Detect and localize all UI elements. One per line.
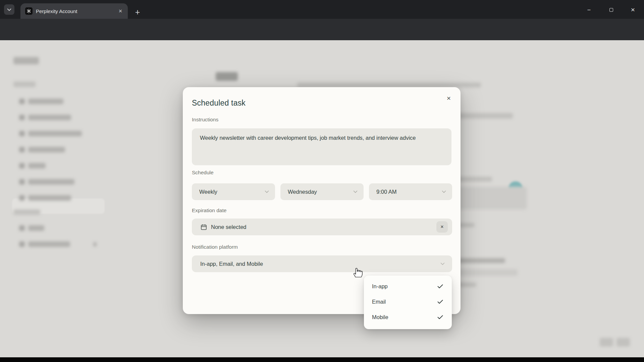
menu-item-in-app[interactable]: In-app: [364, 279, 452, 294]
chevron-down-icon: [265, 190, 269, 193]
time-value: 9:00 AM: [376, 189, 397, 195]
blurred-chevron: [93, 242, 97, 247]
instructions-label: Instructions: [192, 117, 218, 123]
blurred-text-line: [457, 177, 492, 182]
blurred-sidebar-item: [28, 195, 71, 201]
blurred-text-line: [297, 82, 481, 87]
menu-item-email[interactable]: Email: [364, 294, 452, 309]
blurred-sidebar-item: [28, 163, 46, 169]
window-close-button[interactable]: ×: [626, 4, 640, 15]
blurred-sidebar-icon: [19, 99, 25, 104]
blurred-sidebar-icon: [19, 147, 25, 153]
blurred-text-line: [457, 258, 505, 263]
check-icon: [437, 300, 443, 304]
instructions-textarea[interactable]: Weekly newsletter with career developmen…: [192, 128, 451, 165]
menu-item-label: Email: [372, 299, 386, 305]
blurred-sidebar-item: [28, 115, 71, 120]
calendar-icon: [201, 224, 207, 230]
blurred-sidebar-item: [28, 225, 44, 231]
check-icon: [437, 315, 443, 319]
screen: Perplexity Account × + – × ← → perplexit…: [0, 0, 644, 362]
blurred-sidebar-icon: [19, 241, 25, 247]
window-minimize-button[interactable]: –: [582, 4, 596, 15]
check-icon: [437, 284, 443, 289]
blurred-page-title: [216, 72, 238, 81]
browser-tab[interactable]: Perplexity Account ×: [20, 3, 128, 19]
blurred-sidebar-item: [28, 147, 65, 153]
window-restore-button[interactable]: [604, 4, 619, 15]
blurred-sidebar-icon: [19, 115, 25, 120]
chevron-down-icon: [7, 8, 11, 11]
blurred-back-link: [13, 57, 39, 64]
chevron-down-icon: [442, 190, 446, 193]
tab-close-icon[interactable]: ×: [116, 7, 124, 15]
browser-titlebar: Perplexity Account × + – ×: [0, 0, 644, 19]
new-tab-button[interactable]: +: [133, 8, 142, 17]
dialog-title: Scheduled task: [192, 99, 246, 108]
notification-label: Notification platform: [192, 244, 238, 250]
chevron-down-icon: [440, 262, 445, 265]
blurred-text-line: [457, 269, 518, 276]
frequency-value: Weekly: [199, 189, 217, 195]
blurred-sidebar-item: [28, 99, 63, 104]
blurred-footer-icon: [616, 338, 630, 347]
day-select[interactable]: Wednesday: [280, 183, 364, 200]
menu-item-label: Mobile: [372, 314, 388, 320]
blurred-sidebar-item: [28, 241, 70, 247]
instructions-value: Weekly newsletter with career developmen…: [200, 133, 417, 142]
blurred-card: [456, 187, 527, 209]
blurred-sidebar-item: [28, 179, 74, 185]
blurred-text-line: [456, 113, 513, 119]
blurred-sidebar-icon: [19, 195, 25, 201]
expiration-value: None selected: [211, 224, 247, 230]
expiration-date-picker[interactable]: None selected ×: [192, 219, 452, 235]
blurred-footer-icon: [600, 338, 613, 347]
expiration-label: Expiration date: [192, 207, 226, 214]
tab-title: Perplexity Account: [36, 8, 116, 14]
frequency-select[interactable]: Weekly: [192, 183, 275, 200]
browser-toolbar: ← → perplexity.ai/account/tasks?tab=sche…: [0, 19, 644, 40]
blurred-sidebar-icon: [19, 131, 25, 136]
blurred-section-label: [13, 209, 40, 215]
bottom-edge: [0, 357, 644, 362]
notification-value: In-app, Email, and Mobile: [200, 261, 263, 267]
notification-platform-select[interactable]: In-app, Email, and Mobile: [192, 255, 452, 272]
blurred-sidebar-icon: [19, 163, 25, 169]
platform-menu: In-app Email Mobile: [364, 276, 452, 329]
clear-date-button[interactable]: ×: [436, 221, 448, 233]
blurred-section-label: [13, 81, 36, 87]
menu-item-label: In-app: [372, 283, 388, 290]
schedule-label: Schedule: [192, 170, 214, 176]
tab-search-button[interactable]: [4, 4, 14, 15]
blurred-sidebar-icon: [19, 225, 25, 231]
day-value: Wednesday: [288, 189, 317, 195]
dialog-close-button[interactable]: ×: [445, 94, 453, 102]
blurred-sidebar-icon: [19, 179, 25, 185]
time-select[interactable]: 9:00 AM: [369, 183, 452, 200]
mouse-cursor-icon: [352, 266, 364, 278]
restore-icon: [609, 8, 613, 12]
perplexity-favicon: [25, 7, 33, 15]
chevron-down-icon: [353, 190, 358, 193]
menu-item-mobile[interactable]: Mobile: [364, 309, 452, 325]
blurred-sidebar-item: [28, 131, 82, 136]
